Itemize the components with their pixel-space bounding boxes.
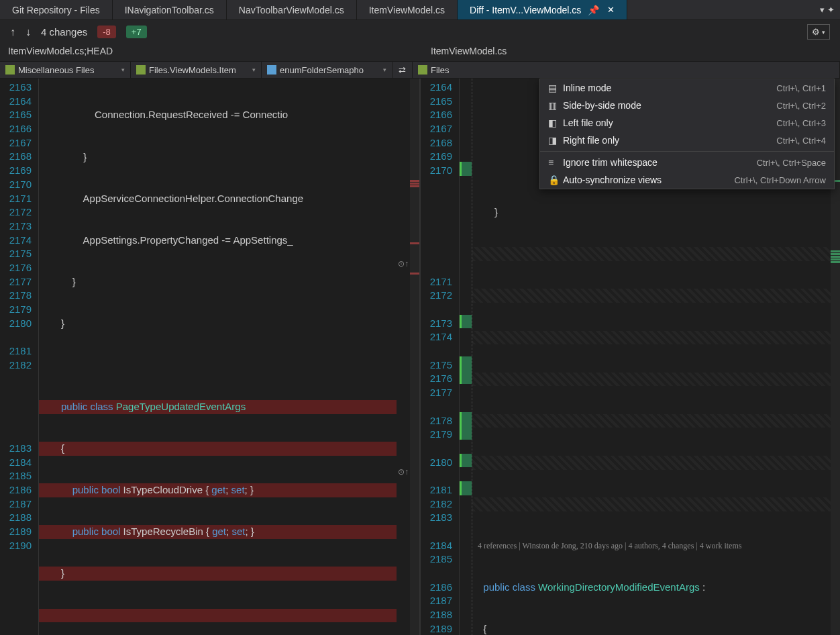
- right-pane[interactable]: 2164216521662167216821692170217121722173…: [421, 79, 840, 635]
- added-badge: +7: [126, 26, 147, 38]
- close-icon[interactable]: ✕: [607, 5, 615, 15]
- left-file-header: ItemViewModel.cs;HEAD: [0, 44, 417, 61]
- next-change-button[interactable]: ↓: [25, 26, 31, 38]
- diff-toolbar: ↑ ↓ 4 changes -8 +7 ⚙▾: [0, 20, 840, 44]
- trim-icon: ≡: [548, 157, 563, 168]
- view-mode-menu: ▤Inline modeCtrl+\, Ctrl+1 ▥Side-by-side…: [539, 79, 835, 189]
- lock-icon: 🔒: [548, 175, 563, 185]
- diff-view: 2163216421652166216721682169217021712172…: [0, 79, 840, 635]
- tab-inav[interactable]: INavigationToolbar.cs: [113, 0, 227, 19]
- right-gutter: 2164216521662167216821692170217121722173…: [421, 79, 460, 635]
- combo-swap[interactable]: ⇄: [392, 62, 413, 78]
- menu-right[interactable]: ◨Right file onlyCtrl+\, Ctrl+4: [540, 132, 834, 149]
- gear-icon: ⚙: [812, 27, 820, 37]
- menu-inline[interactable]: ▤Inline modeCtrl+\, Ctrl+1: [540, 79, 834, 97]
- menu-sync[interactable]: 🔒Auto-synchronize viewsCtrl+\, Ctrl+Down…: [540, 171, 834, 189]
- combo-project[interactable]: Miscellaneous Files▾: [0, 62, 131, 78]
- inline-icon: ▤: [548, 83, 563, 93]
- navigation-combos: Miscellaneous Files▾ Files.ViewModels.It…: [0, 61, 840, 79]
- tab-bar: Git Repository - Files INavigationToolba…: [0, 0, 840, 20]
- tab-itemvm[interactable]: ItemViewModel.cs: [357, 0, 458, 19]
- sbs-icon: ▥: [548, 100, 563, 111]
- tab-diff[interactable]: Diff - ItemV...ViewModel.cs 📌 ✕: [458, 0, 627, 19]
- menu-sbs[interactable]: ▥Side-by-side modeCtrl+\, Ctrl+2: [540, 97, 834, 114]
- menu-sep: [540, 151, 834, 152]
- tab-navvm[interactable]: NavToolbarViewModel.cs: [227, 0, 357, 19]
- left-minimap[interactable]: [410, 79, 419, 635]
- combo-class[interactable]: Files.ViewModels.Item▾: [131, 62, 262, 78]
- left-pane[interactable]: 2163216421652166216721682169217021712172…: [0, 79, 421, 635]
- left-icon: ◧: [548, 117, 563, 128]
- combo-files[interactable]: Files: [413, 62, 840, 78]
- pin-icon[interactable]: 📌: [588, 5, 599, 15]
- settings-button[interactable]: ⚙▾: [807, 24, 830, 40]
- menu-trim[interactable]: ≡Ignore trim whitespaceCtrl+\, Ctrl+Spac…: [540, 154, 834, 171]
- changes-count: 4 changes: [41, 26, 87, 38]
- left-code[interactable]: Connection.RequestReceived -= Connectio …: [39, 79, 397, 635]
- tab-diff-label: Diff - ItemV...ViewModel.cs: [470, 5, 581, 15]
- menu-left[interactable]: ◧Left file onlyCtrl+\, Ctrl+3: [540, 114, 834, 132]
- codelens-work[interactable]: 4 references | Winston de Jong, 210 days…: [472, 539, 831, 553]
- right-icon: ◨: [548, 135, 563, 146]
- prev-change-button[interactable]: ↑: [10, 26, 15, 38]
- left-gutter: 2163216421652166216721682169217021712172…: [0, 79, 39, 635]
- combo-member[interactable]: enumFolderSemapho▾: [262, 62, 392, 78]
- left-indicators: ⊙↑⊙↑: [397, 79, 410, 635]
- tab-git-repo[interactable]: Git Repository - Files: [0, 0, 113, 19]
- file-headers: ItemViewModel.cs;HEAD ItemViewModel.cs: [0, 44, 840, 61]
- right-markers: [460, 79, 472, 635]
- tab-overflow-button[interactable]: ▾ ✦: [815, 0, 840, 19]
- removed-badge: -8: [97, 26, 116, 38]
- right-file-header: ItemViewModel.cs: [417, 44, 840, 61]
